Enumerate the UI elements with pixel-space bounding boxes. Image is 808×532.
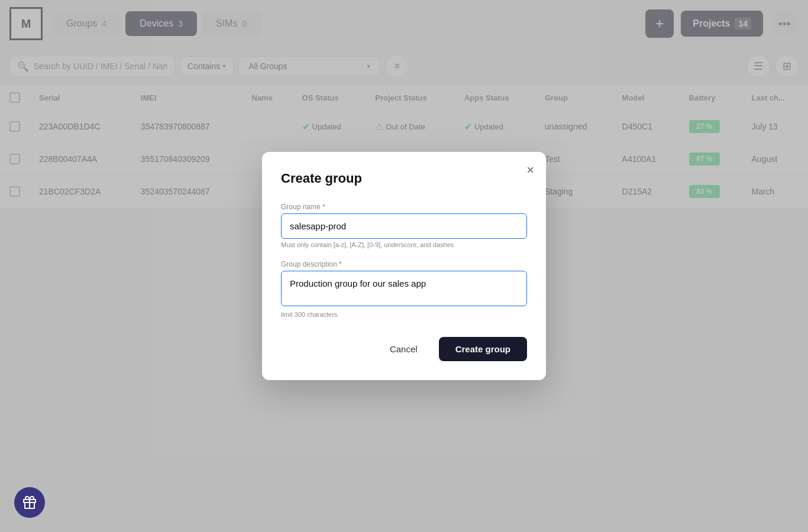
group-name-hint: Must only contain [a-z], [A-Z], [0-9], u…: [281, 241, 527, 248]
modal-close-button[interactable]: ×: [526, 164, 534, 177]
group-description-hint: limit 300 characters: [281, 311, 527, 318]
group-description-label: Group description *: [281, 260, 527, 268]
group-name-input[interactable]: [281, 213, 527, 239]
cancel-button[interactable]: Cancel: [376, 337, 432, 361]
group-name-label: Group name *: [281, 203, 527, 211]
gift-icon: [22, 495, 37, 510]
modal-overlay: × Create group Group name * Must only co…: [0, 0, 808, 532]
modal-actions: Cancel Create group: [281, 337, 527, 361]
group-name-field-group: Group name * Must only contain [a-z], [A…: [281, 203, 527, 248]
modal-title: Create group: [281, 171, 527, 186]
create-group-modal: × Create group Group name * Must only co…: [262, 152, 546, 380]
group-description-input[interactable]: Production group for our sales app: [281, 271, 527, 306]
create-group-button[interactable]: Create group: [439, 337, 527, 361]
group-description-field-group: Group description * Production group for…: [281, 260, 527, 318]
close-icon: ×: [526, 163, 534, 177]
bottom-widget[interactable]: [14, 487, 45, 518]
